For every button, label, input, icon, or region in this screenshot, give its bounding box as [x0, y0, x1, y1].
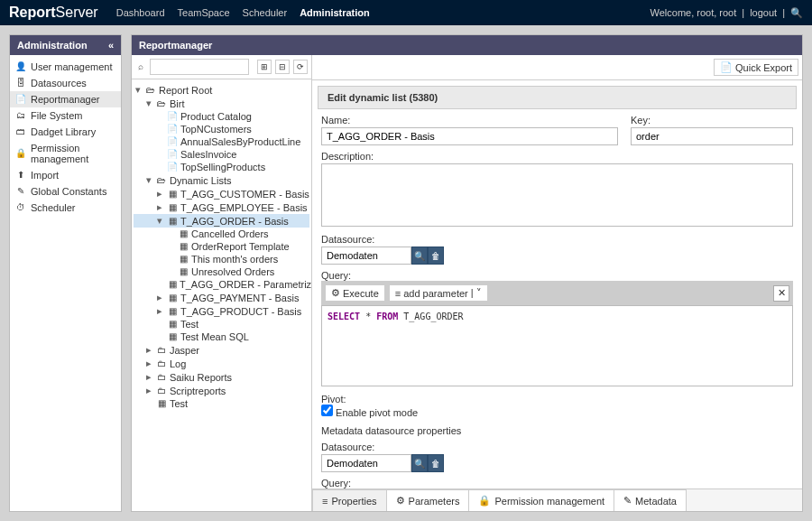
- sidebar-item-icon: 🗃: [15, 126, 26, 137]
- tree-node[interactable]: ▸▦T_AGG_PRODUCT - Basis: [134, 304, 309, 318]
- tree-label: OrderReport Template: [191, 241, 290, 252]
- tree-node[interactable]: 📄TopSellingProducts: [134, 161, 309, 173]
- tree-node[interactable]: ▦Test Mean SQL: [134, 330, 309, 343]
- tree-icon: ▦: [167, 319, 178, 330]
- tree-node[interactable]: ▸▦T_AGG_EMPLOYEE - Basis: [134, 200, 309, 214]
- sidebar-item-file-system[interactable]: 🗂File System: [10, 107, 121, 124]
- tree-node[interactable]: ▸🗀Saiku Reports: [134, 370, 309, 384]
- collapse-icon[interactable]: «: [108, 40, 114, 51]
- tree-node[interactable]: ▸▦T_AGG_PAYMENT - Basis: [134, 291, 309, 304]
- sidebar-item-dadget-library[interactable]: 🗃Dadget Library: [10, 124, 121, 140]
- tree-label: This month's orders: [191, 254, 278, 265]
- sidebar-item-scheduler[interactable]: ⏱Scheduler: [10, 200, 121, 216]
- sidebar-item-global-constants[interactable]: ✎Global Constants: [10, 183, 121, 200]
- tree-label: AnnualSalesByProductLine: [180, 136, 300, 147]
- tree-node[interactable]: ▦T_AGG_ORDER - Parametrized: [134, 278, 309, 291]
- tab-permission-management[interactable]: 🔒Permission management: [468, 489, 614, 511]
- tree-node[interactable]: ▦Unresolved Orders: [134, 265, 309, 278]
- add-parameter-button[interactable]: ≡add parameter | ˅: [389, 284, 488, 302]
- tree-node[interactable]: ▾▦T_AGG_ORDER - Basis: [134, 214, 309, 228]
- key-field[interactable]: [631, 127, 793, 145]
- export-icon: 📄: [720, 61, 733, 73]
- tree-node[interactable]: ▦Test: [134, 397, 309, 410]
- tab-parameters[interactable]: ⚙Parameters: [386, 489, 470, 511]
- tree-node[interactable]: 📄Product Catalog: [134, 110, 309, 123]
- pivot-label: Pivot:: [321, 394, 346, 405]
- quick-export-button[interactable]: 📄 Quick Export: [714, 59, 798, 76]
- expand-icon[interactable]: ⊞: [257, 60, 272, 74]
- datasource2-search-icon[interactable]: 🔍: [411, 454, 428, 472]
- binoculars-icon[interactable]: ⌕: [135, 61, 146, 72]
- sidebar-item-import[interactable]: ⬆Import: [10, 167, 121, 183]
- tab-label: Parameters: [409, 496, 460, 507]
- tree-icon: ▦: [178, 266, 189, 277]
- sidebar-item-label: Import: [31, 170, 59, 181]
- tree-node[interactable]: ▸🗀Scriptreports: [134, 384, 309, 397]
- datasource2-clear-icon[interactable]: 🗑: [428, 454, 444, 472]
- nav-teamspace[interactable]: TeamSpace: [178, 7, 230, 18]
- datasource-field[interactable]: [321, 247, 411, 265]
- tree-label: Product Catalog: [180, 111, 252, 122]
- pivot-checkbox[interactable]: [321, 405, 333, 416]
- sidebar-item-label: Dadget Library: [31, 126, 96, 137]
- tree-search-input[interactable]: [150, 59, 249, 75]
- tree-node[interactable]: ▦Test: [134, 318, 309, 330]
- tree-icon: ▦: [167, 189, 178, 200]
- sidebar-item-user-management[interactable]: 👤User management: [10, 59, 121, 75]
- tab-metadata[interactable]: ✎Metadata: [614, 489, 687, 511]
- search-icon[interactable]: 🔍: [790, 7, 803, 19]
- nav-administration[interactable]: Administration: [300, 7, 370, 18]
- tree-label: T_AGG_CUSTOMER - Basis: [180, 189, 309, 200]
- sidebar-item-icon: 🔒: [15, 148, 26, 159]
- query2-label: Query:: [321, 478, 351, 488]
- tree-label: Report Root: [159, 85, 212, 96]
- tree-icon: 📄: [167, 149, 178, 160]
- welcome-text: Welcome, root, root: [651, 7, 737, 18]
- execute-button[interactable]: ⚙Execute: [325, 284, 385, 302]
- name-field[interactable]: [321, 127, 618, 145]
- sidebar-item-permission-management[interactable]: 🔒Permission management: [10, 140, 121, 167]
- tree-node[interactable]: ▦OrderReport Template: [134, 240, 309, 253]
- logout-link[interactable]: logout: [750, 7, 777, 18]
- datasource-search-icon[interactable]: 🔍: [411, 247, 428, 265]
- tree-node[interactable]: ▦This month's orders: [134, 253, 309, 265]
- tree-node[interactable]: ▸🗀Log: [134, 357, 309, 370]
- close-icon[interactable]: ✕: [773, 285, 789, 302]
- tree-label: Log: [170, 358, 186, 369]
- refresh-icon[interactable]: ⟳: [293, 60, 308, 74]
- tree-icon: 🗀: [156, 372, 167, 383]
- query-editor[interactable]: SELECT * FROM T_AGG_ORDER: [321, 305, 793, 386]
- tree-icon: 🗀: [156, 345, 167, 356]
- tree-icon: ▦: [156, 398, 167, 409]
- tree-icon: 📄: [167, 162, 178, 172]
- tab-properties[interactable]: ≡Properties: [312, 489, 387, 511]
- form-scroll[interactable]: Edit dynamic list (5380) Name: Key:: [312, 80, 802, 488]
- tree-node[interactable]: ▾🗁Birt: [134, 97, 309, 110]
- tree-node[interactable]: ▦Cancelled Orders: [134, 228, 309, 240]
- datasource-label: Datasource:: [321, 234, 793, 245]
- tree-toolbar: ⌕ ⊞ ⊟ ⟳: [132, 55, 311, 79]
- datasource-clear-icon[interactable]: 🗑: [428, 247, 444, 265]
- nav-scheduler[interactable]: Scheduler: [243, 7, 288, 18]
- tree-panel: ⌕ ⊞ ⊟ ⟳ ▾🗁Report Root▾🗁Birt📄Product Cata…: [132, 55, 312, 511]
- editor: 📄 Quick Export Edit dynamic list (5380) …: [312, 55, 802, 511]
- sidebar-item-reportmanager[interactable]: 📄Reportmanager: [10, 91, 121, 107]
- sidebar-item-label: Global Constants: [31, 186, 106, 197]
- name-label: Name:: [321, 115, 618, 126]
- tree-label: T_AGG_EMPLOYEE - Basis: [180, 202, 308, 213]
- tree-node[interactable]: 📄AnnualSalesByProductLine: [134, 135, 309, 148]
- tree-node[interactable]: ▾🗁Report Root: [134, 83, 309, 97]
- description-label: Description:: [321, 151, 793, 162]
- tree-node[interactable]: ▸▦T_AGG_CUSTOMER - Basis: [134, 187, 309, 200]
- topright: Welcome, root, root | logout | 🔍: [651, 7, 803, 19]
- tree-node[interactable]: 📄SalesInvoice: [134, 148, 309, 161]
- nav-dashboard[interactable]: Dashboard: [116, 7, 165, 18]
- datasource2-field[interactable]: [321, 454, 411, 472]
- collapse-icon[interactable]: ⊟: [275, 60, 290, 74]
- tree-node[interactable]: 📄TopNCustomers: [134, 123, 309, 135]
- description-field[interactable]: [321, 163, 793, 227]
- tree-node[interactable]: ▸🗀Jasper: [134, 343, 309, 357]
- tree-node[interactable]: ▾🗁Dynamic Lists: [134, 173, 309, 187]
- sidebar-item-datasources[interactable]: 🗄Datasources: [10, 75, 121, 91]
- tree-label: SalesInvoice: [180, 149, 236, 160]
